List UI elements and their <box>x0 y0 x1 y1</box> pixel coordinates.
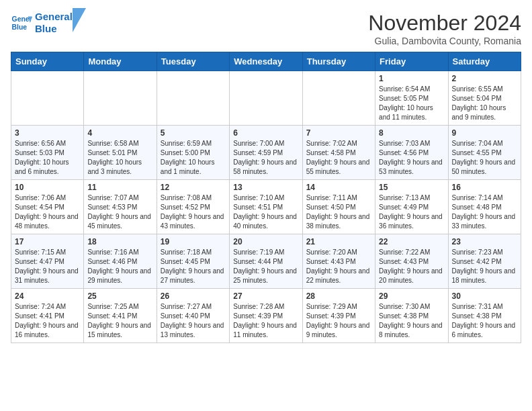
day-info: Sunrise: 7:28 AMSunset: 4:39 PMDaylight:… <box>233 302 298 340</box>
calendar-header: SundayMondayTuesdayWednesdayThursdayFrid… <box>11 52 521 71</box>
day-number: 14 <box>306 183 371 192</box>
calendar-cell <box>84 71 157 126</box>
day-number: 28 <box>306 291 371 301</box>
day-info: Sunrise: 7:19 AMSunset: 4:44 PMDaylight:… <box>233 248 298 285</box>
day-number: 3 <box>15 128 80 138</box>
day-number: 4 <box>87 128 152 138</box>
day-info: Sunrise: 7:08 AMSunset: 4:52 PMDaylight:… <box>161 193 226 231</box>
calendar-cell: 25Sunrise: 7:25 AMSunset: 4:41 PMDayligh… <box>84 289 157 343</box>
day-info: Sunrise: 7:13 AMSunset: 4:49 PMDaylight:… <box>379 193 444 231</box>
calendar-cell: 10Sunrise: 7:06 AMSunset: 4:54 PMDayligh… <box>11 180 84 234</box>
calendar-cell: 8Sunrise: 7:03 AMSunset: 4:56 PMDaylight… <box>375 126 448 180</box>
title-block: November 2024 Gulia, Dambovita County, R… <box>368 11 521 46</box>
calendar-cell: 30Sunrise: 7:31 AMSunset: 4:38 PMDayligh… <box>448 289 521 343</box>
calendar-cell: 15Sunrise: 7:13 AMSunset: 4:49 PMDayligh… <box>375 180 448 234</box>
calendar-body: 1Sunrise: 6:54 AMSunset: 5:05 PMDaylight… <box>11 71 521 343</box>
day-info: Sunrise: 7:31 AMSunset: 4:38 PMDaylight:… <box>452 302 517 340</box>
weekday-header-thursday: Thursday <box>302 52 375 71</box>
calendar-cell: 27Sunrise: 7:28 AMSunset: 4:39 PMDayligh… <box>230 289 302 343</box>
day-number: 12 <box>161 183 226 192</box>
day-info: Sunrise: 6:56 AMSunset: 5:03 PMDaylight:… <box>15 139 80 177</box>
day-info: Sunrise: 7:04 AMSunset: 4:55 PMDaylight:… <box>452 139 517 177</box>
logo-icon: General Blue <box>11 12 32 34</box>
day-number: 22 <box>379 237 444 246</box>
calendar-cell: 4Sunrise: 6:58 AMSunset: 5:01 PMDaylight… <box>84 126 157 180</box>
day-info: Sunrise: 6:59 AMSunset: 5:00 PMDaylight:… <box>161 139 226 177</box>
calendar-cell: 11Sunrise: 7:07 AMSunset: 4:53 PMDayligh… <box>84 180 157 234</box>
calendar-cell <box>157 71 229 126</box>
calendar-cell: 3Sunrise: 6:56 AMSunset: 5:03 PMDaylight… <box>11 126 84 180</box>
day-info: Sunrise: 7:18 AMSunset: 4:45 PMDaylight:… <box>161 248 226 285</box>
calendar-week-row: 1Sunrise: 6:54 AMSunset: 5:05 PMDaylight… <box>11 71 521 126</box>
day-number: 9 <box>452 128 517 138</box>
day-number: 18 <box>87 237 152 246</box>
calendar-week-row: 10Sunrise: 7:06 AMSunset: 4:54 PMDayligh… <box>11 180 521 234</box>
day-info: Sunrise: 7:20 AMSunset: 4:43 PMDaylight:… <box>306 248 371 285</box>
day-number: 20 <box>233 237 298 246</box>
day-info: Sunrise: 6:58 AMSunset: 5:01 PMDaylight:… <box>87 139 152 177</box>
day-number: 7 <box>306 128 371 138</box>
calendar-cell: 14Sunrise: 7:11 AMSunset: 4:50 PMDayligh… <box>302 180 375 234</box>
day-number: 29 <box>379 291 444 301</box>
logo-blue: Blue <box>35 23 73 35</box>
calendar-week-row: 3Sunrise: 6:56 AMSunset: 5:03 PMDaylight… <box>11 126 521 180</box>
calendar-cell <box>230 71 302 126</box>
calendar-cell: 26Sunrise: 7:27 AMSunset: 4:40 PMDayligh… <box>157 289 229 343</box>
day-number: 30 <box>452 291 517 301</box>
calendar-cell: 28Sunrise: 7:29 AMSunset: 4:39 PMDayligh… <box>302 289 375 343</box>
day-info: Sunrise: 7:06 AMSunset: 4:54 PMDaylight:… <box>15 193 80 231</box>
calendar-cell <box>11 71 84 126</box>
day-number: 26 <box>161 291 226 301</box>
day-info: Sunrise: 7:22 AMSunset: 4:43 PMDaylight:… <box>379 248 444 285</box>
logo: General Blue General Blue <box>11 11 86 35</box>
weekday-header-saturday: Saturday <box>448 52 521 71</box>
day-number: 19 <box>161 237 226 246</box>
weekday-header-sunday: Sunday <box>11 52 84 71</box>
calendar-week-row: 24Sunrise: 7:24 AMSunset: 4:41 PMDayligh… <box>11 289 521 343</box>
day-number: 21 <box>306 237 371 246</box>
day-number: 27 <box>233 291 298 301</box>
calendar-cell: 5Sunrise: 6:59 AMSunset: 5:00 PMDaylight… <box>157 126 229 180</box>
day-number: 8 <box>379 128 444 138</box>
day-info: Sunrise: 7:16 AMSunset: 4:46 PMDaylight:… <box>87 248 152 285</box>
calendar-week-row: 17Sunrise: 7:15 AMSunset: 4:47 PMDayligh… <box>11 234 521 289</box>
day-info: Sunrise: 7:10 AMSunset: 4:51 PMDaylight:… <box>233 193 298 231</box>
calendar-cell: 1Sunrise: 6:54 AMSunset: 5:05 PMDaylight… <box>375 71 448 126</box>
day-info: Sunrise: 7:03 AMSunset: 4:56 PMDaylight:… <box>379 139 444 177</box>
day-number: 17 <box>15 237 80 246</box>
calendar-cell: 21Sunrise: 7:20 AMSunset: 4:43 PMDayligh… <box>302 234 375 289</box>
day-info: Sunrise: 7:11 AMSunset: 4:50 PMDaylight:… <box>306 193 371 231</box>
day-info: Sunrise: 7:25 AMSunset: 4:41 PMDaylight:… <box>87 302 152 340</box>
month-year-title: November 2024 <box>368 11 521 36</box>
day-number: 2 <box>452 74 517 83</box>
calendar-cell: 17Sunrise: 7:15 AMSunset: 4:47 PMDayligh… <box>11 234 84 289</box>
location-subtitle: Gulia, Dambovita County, Romania <box>368 36 521 46</box>
day-info: Sunrise: 7:29 AMSunset: 4:39 PMDaylight:… <box>306 302 371 340</box>
svg-marker-3 <box>73 8 86 32</box>
calendar-cell: 13Sunrise: 7:10 AMSunset: 4:51 PMDayligh… <box>230 180 302 234</box>
calendar-cell: 19Sunrise: 7:18 AMSunset: 4:45 PMDayligh… <box>157 234 229 289</box>
calendar-cell: 23Sunrise: 7:23 AMSunset: 4:42 PMDayligh… <box>448 234 521 289</box>
day-info: Sunrise: 7:14 AMSunset: 4:48 PMDaylight:… <box>452 193 517 231</box>
day-info: Sunrise: 7:27 AMSunset: 4:40 PMDaylight:… <box>161 302 226 340</box>
calendar-cell: 16Sunrise: 7:14 AMSunset: 4:48 PMDayligh… <box>448 180 521 234</box>
day-info: Sunrise: 7:02 AMSunset: 4:58 PMDaylight:… <box>306 139 371 177</box>
day-info: Sunrise: 6:55 AMSunset: 5:04 PMDaylight:… <box>452 85 517 122</box>
calendar-cell: 2Sunrise: 6:55 AMSunset: 5:04 PMDaylight… <box>448 71 521 126</box>
day-info: Sunrise: 7:00 AMSunset: 4:59 PMDaylight:… <box>233 139 298 177</box>
day-number: 5 <box>161 128 226 138</box>
weekday-header-friday: Friday <box>375 52 448 71</box>
day-number: 25 <box>87 291 152 301</box>
day-info: Sunrise: 7:23 AMSunset: 4:42 PMDaylight:… <box>452 248 517 285</box>
logo-general: General <box>35 11 73 23</box>
day-number: 6 <box>233 128 298 138</box>
day-number: 15 <box>379 183 444 192</box>
day-number: 24 <box>15 291 80 301</box>
day-info: Sunrise: 7:24 AMSunset: 4:41 PMDaylight:… <box>15 302 80 340</box>
calendar-cell <box>302 71 375 126</box>
day-number: 11 <box>87 183 152 192</box>
day-number: 13 <box>233 183 298 192</box>
calendar-cell: 24Sunrise: 7:24 AMSunset: 4:41 PMDayligh… <box>11 289 84 343</box>
calendar-cell: 20Sunrise: 7:19 AMSunset: 4:44 PMDayligh… <box>230 234 302 289</box>
page-header: General Blue General Blue November 2024 … <box>11 11 521 46</box>
